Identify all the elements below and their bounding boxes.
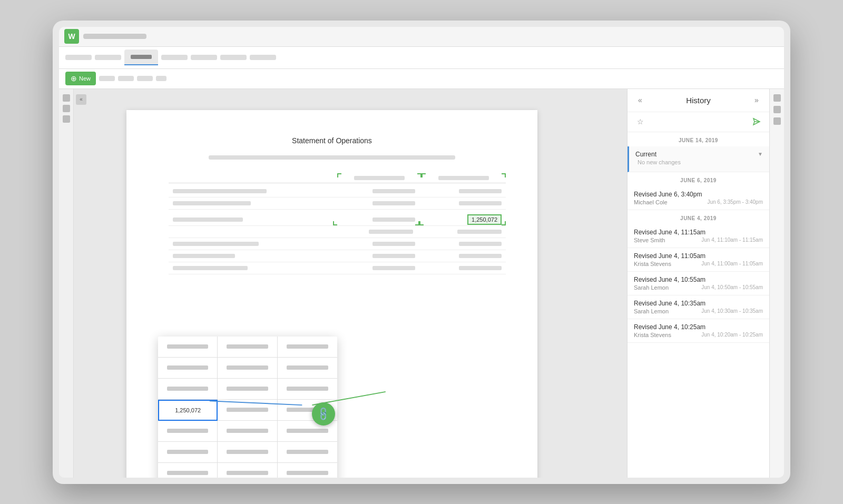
item-author-jun4-1115: Steve Smith xyxy=(634,237,665,243)
link-icon: 🔗 xyxy=(315,406,331,422)
date-label-june14: JUNE 14, 2019 xyxy=(628,132,769,146)
history-item-jun6-340[interactable]: Revised June 6, 3:40pm Michael Cole Jun … xyxy=(628,186,769,210)
item-title-jun4-1035: Revised June 4, 10:35am xyxy=(634,300,763,307)
item-time-jun6-340: Jun 6, 3:35pm - 3:40pm xyxy=(707,199,763,205)
item-title-jun4-1025: Revised June 4, 10:25am xyxy=(634,323,763,331)
item-title-jun4-1105: Revised June 4, 11:05am xyxy=(634,252,763,260)
item-time-jun4-1055: Jun 4, 10:50am - 10:55am xyxy=(701,284,763,291)
tab-active[interactable] xyxy=(124,50,158,65)
toolbar-tabs xyxy=(59,47,784,69)
right-sidebar-icon-2 xyxy=(773,106,781,113)
date-label-june4: JUNE 4, 2019 xyxy=(628,210,769,224)
document-subtitle xyxy=(209,155,455,160)
main-content: « Statement of Operations xyxy=(59,89,784,478)
item-time-jun4-1025: Jun 4, 10:20am - 10:25am xyxy=(701,332,763,338)
sidebar-icon-2 xyxy=(63,105,70,112)
sidebar-icon-3 xyxy=(63,115,70,123)
tab-placeholder-6 xyxy=(250,55,276,60)
document-title: Statement of Operations xyxy=(126,110,537,145)
tab-placeholder-5 xyxy=(220,55,247,60)
history-body[interactable]: JUNE 14, 2019 Current ▼ No new changes J… xyxy=(628,132,769,478)
date-label-june6: JUNE 6, 2019 xyxy=(628,172,769,186)
history-header: « History » xyxy=(628,89,769,112)
history-title: History xyxy=(646,96,750,105)
document-area: « Statement of Operations xyxy=(74,89,627,478)
expand-history-button[interactable]: » xyxy=(750,94,763,106)
new-button[interactable]: ⊕ New xyxy=(65,72,96,85)
link-circle[interactable]: 🔗 xyxy=(312,402,335,426)
history-item-jun4-1115[interactable]: Revised June 4, 11:15am Steve Smith Jun … xyxy=(628,224,769,248)
screen: W ⊕ New xyxy=(59,27,784,478)
history-item-jun4-1035[interactable]: Revised June 4, 10:35am Sarah Lemon Jun … xyxy=(628,295,769,319)
toolbar2: ⊕ New xyxy=(59,69,784,89)
no-changes-text: No new changes xyxy=(635,158,763,167)
top-bar: W xyxy=(59,27,784,47)
toolbar2-placeholder-4 xyxy=(156,76,166,81)
app-logo: W xyxy=(64,29,79,44)
laptop-frame: W ⊕ New xyxy=(53,21,790,484)
history-item-jun4-1105[interactable]: Revised June 4, 11:05am Krista Stevens J… xyxy=(628,248,769,272)
document-main-table: 1,250,072 xyxy=(169,173,506,274)
history-toolbar: ☆ xyxy=(628,112,769,132)
tab-placeholder-1 xyxy=(65,55,92,60)
highlighted-cell-doc: 1,250,072 xyxy=(467,214,502,225)
floating-highlighted-cell: 1,250,072 xyxy=(158,400,218,421)
chevron-down-icon: ▼ xyxy=(758,151,763,157)
left-sidebar xyxy=(59,89,74,478)
item-time-jun4-1035: Jun 4, 10:30am - 10:35am xyxy=(701,308,763,314)
window-title-placeholder xyxy=(83,34,146,39)
history-item-jun4-1025[interactable]: Revised June 4, 10:25am Krista Stevens J… xyxy=(628,319,769,343)
history-panel: « History » ☆ JUNE xyxy=(627,89,769,478)
tab-placeholder-4 xyxy=(191,55,217,60)
floating-table: 1,250,072 xyxy=(158,337,337,478)
right-sidebar-icon-3 xyxy=(773,117,781,125)
star-button[interactable]: ☆ xyxy=(634,115,646,128)
history-item-current[interactable]: Current ▼ No new changes xyxy=(628,146,769,172)
collapse-history-button[interactable]: « xyxy=(634,94,646,106)
tab-placeholder-2 xyxy=(95,55,121,60)
send-button[interactable] xyxy=(750,115,763,128)
right-sidebar xyxy=(769,89,784,478)
right-sidebar-icon-1 xyxy=(773,94,781,102)
toolbar2-placeholder-3 xyxy=(137,76,153,81)
item-author-jun4-1105: Krista Stevens xyxy=(634,261,671,267)
item-author-jun4-1055: Sarah Lemon xyxy=(634,284,669,291)
toolbar2-placeholder-2 xyxy=(118,76,134,81)
item-author-jun6-340: Michael Cole xyxy=(634,199,668,205)
history-item-jun4-1055[interactable]: Revised June 4, 10:55am Sarah Lemon Jun … xyxy=(628,272,769,295)
current-item-label: Current xyxy=(635,151,656,158)
tab-placeholder-3 xyxy=(161,55,188,60)
item-title-jun6-340: Revised June 6, 3:40pm xyxy=(634,191,763,198)
toolbar2-placeholder-1 xyxy=(99,76,115,81)
item-title-jun4-1055: Revised June 4, 10:55am xyxy=(634,276,763,283)
item-time-jun4-1105: Jun 4, 11:00am - 11:05am xyxy=(701,261,763,267)
item-author-jun4-1025: Krista Stevens xyxy=(634,332,671,338)
sidebar-icon-1 xyxy=(63,94,70,102)
item-author-jun4-1035: Sarah Lemon xyxy=(634,308,669,314)
collapse-left-button[interactable]: « xyxy=(76,94,86,105)
item-title-jun4-1115: Revised June 4, 11:15am xyxy=(634,229,763,236)
item-time-jun4-1115: Jun 4, 11:10am - 11:15am xyxy=(701,237,763,243)
